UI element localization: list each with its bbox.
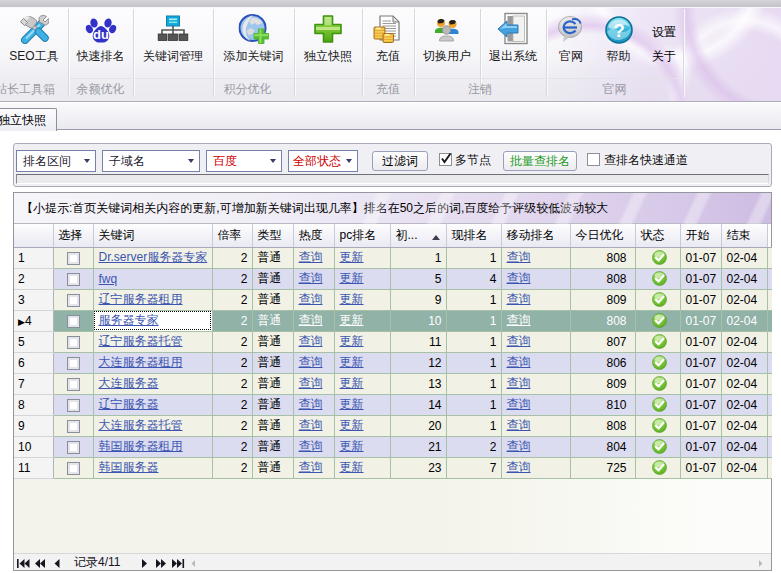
- svg-text:?: ?: [613, 20, 625, 41]
- svg-text:du: du: [93, 27, 109, 42]
